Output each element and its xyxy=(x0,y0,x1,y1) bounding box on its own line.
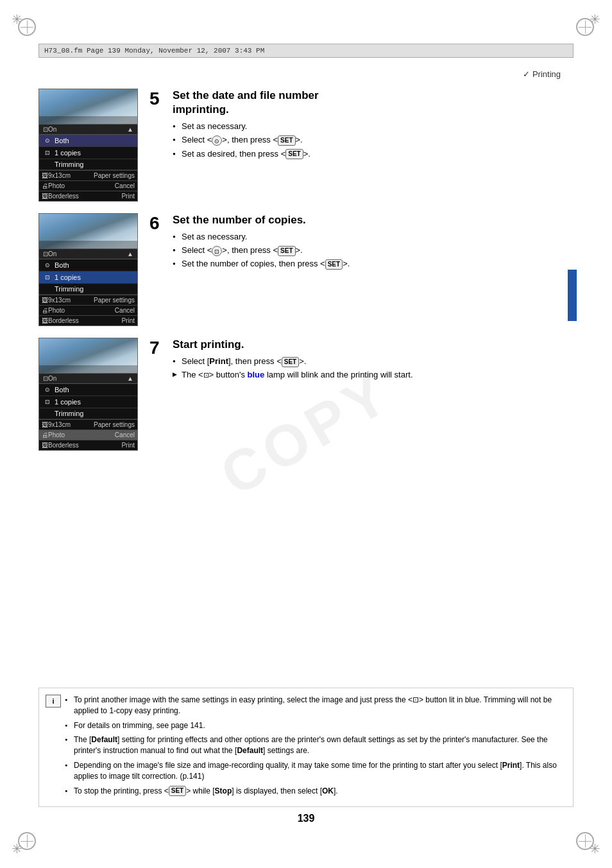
step-5-on-label: ⊡On xyxy=(43,126,56,133)
header-bar: H73_08.fm Page 139 Monday, November 12, … xyxy=(38,44,574,58)
step-5-icon-both: ⊙ xyxy=(43,136,52,145)
step-5-row-borderless: 🖼Borderless Print xyxy=(39,191,137,201)
step-7-title: Start printing. xyxy=(173,338,574,352)
step-7-icon-both: ⊙ xyxy=(43,385,52,394)
step-7-content-wrapper: 7 Start printing. Select [Print], then p… xyxy=(149,338,574,383)
step-6-bullets: Set as necessary. Select <⊡>, then press… xyxy=(173,231,574,270)
note-2: For details on trimming, see page 141. xyxy=(65,720,565,731)
step-6-paper: Paper settings xyxy=(94,297,135,304)
step-6-bullet-3: Set the number of copies, then press <SE… xyxy=(173,258,574,270)
step-7-bullet-2: The <⊡> button's blue lamp will blink an… xyxy=(173,369,574,381)
step-5-photo: 🖨Photo xyxy=(42,182,65,189)
step-5-title: Set the date and file numberimprinting. xyxy=(173,89,574,117)
step-6-arrow: ▲ xyxy=(127,250,133,257)
step-5-icon-copies: ⊡ xyxy=(43,148,52,157)
step-5-bullet-2: Select <⊙>, then press <SET>. xyxy=(173,134,574,146)
step-7-print: Print xyxy=(121,442,135,449)
step-7-panel-top: ⊡On ▲ xyxy=(39,374,137,384)
step-6-label-both: Both xyxy=(55,261,69,269)
step-6-content: Set the number of copies. Set as necessa… xyxy=(173,213,574,272)
step-5-row-paper: 🖼9x13cm Paper settings xyxy=(39,170,137,180)
step-6-bullet-1: Set as necessary. xyxy=(173,231,574,243)
step-7-row-trimming: Trimming xyxy=(39,408,137,419)
step-7-row-both: ⊙ Both xyxy=(39,384,137,396)
step-5-bullets: Set as necessary. Select <⊙>, then press… xyxy=(173,121,574,160)
step-7-number: 7 xyxy=(149,339,167,357)
step-5-content: Set the date and file numberimprinting. … xyxy=(173,89,574,162)
step-5-size: 🖼9x13cm xyxy=(42,172,71,179)
step-5-label-trimming: Trimming xyxy=(43,161,83,168)
step-7-icon-copies: ⊡ xyxy=(43,397,52,406)
step-6-content-wrapper: 6 Set the number of copies. Set as neces… xyxy=(149,213,574,272)
section-text: Printing xyxy=(532,69,561,79)
step-7-row-paper: 🖼9x13cm Paper settings xyxy=(39,419,137,430)
starburst-bl: ✳ xyxy=(12,841,22,856)
step-7-label-both: Both xyxy=(55,386,69,394)
step-6-cancel: Cancel xyxy=(115,307,135,314)
step-6-label-copies: 1 copies xyxy=(55,273,81,281)
step-5-arrow: ▲ xyxy=(127,126,133,133)
page-number: 139 xyxy=(0,813,612,824)
step-5-section: ⊡On ▲ ⊙ Both ⊡ 1 copies Trimming 🖼9x13cm… xyxy=(38,89,574,202)
step-5-panel: ⊡On ▲ ⊙ Both ⊡ 1 copies Trimming 🖼9x13cm… xyxy=(38,89,138,202)
step-7-paper: Paper settings xyxy=(94,421,135,428)
step-7-label-copies: 1 copies xyxy=(55,398,81,406)
step-6-panel-top: ⊡On ▲ xyxy=(39,249,137,259)
step-7-panel: ⊡On ▲ ⊙ Both ⊡ 1 copies Trimming 🖼9x13cm… xyxy=(38,338,138,451)
notes-icon-text: i xyxy=(52,697,54,705)
step-5-content-wrapper: 5 Set the date and file numberimprinting… xyxy=(149,89,574,162)
step-7-bullet-1: Select [Print], then press <SET>. xyxy=(173,356,574,367)
section-icon: ✓ xyxy=(523,69,530,79)
step-7-photo: 🖨Photo xyxy=(42,431,65,438)
step-6-title: Set the number of copies. xyxy=(173,213,574,227)
step-5-label-copies: 1 copies xyxy=(55,149,81,157)
step-5-row-photo: 🖨Photo Cancel xyxy=(39,180,137,191)
note-1: To print another image with the same set… xyxy=(65,695,565,717)
step-5-cancel: Cancel xyxy=(115,182,135,189)
step-7-bullets: Select [Print], then press <SET>. The <⊡… xyxy=(173,356,574,381)
note-5: To stop the printing, press <SET> while … xyxy=(65,786,565,797)
step-7-arrow: ▲ xyxy=(127,375,133,382)
step-6-row-both: ⊙ Both xyxy=(39,259,137,272)
note-4: Depending on the image's file size and i… xyxy=(65,760,565,783)
step-5-label-both: Both xyxy=(55,137,69,144)
step-6-size: 🖼9x13cm xyxy=(42,297,71,304)
step-7-section: ⊡On ▲ ⊙ Both ⊡ 1 copies Trimming 🖼9x13cm… xyxy=(38,338,574,451)
step-7-row-borderless: 🖼Borderless Print xyxy=(39,440,137,450)
step-5-row-trimming: Trimming xyxy=(39,159,137,170)
section-label: ✓ Printing xyxy=(523,69,561,79)
step-5-panel-image xyxy=(39,89,137,125)
step-6-label-trimming: Trimming xyxy=(43,285,83,293)
step-6-section: ⊡On ▲ ⊙ Both ⊡ 1 copies Trimming 🖼9x13cm… xyxy=(38,213,574,326)
notes-icon: i xyxy=(46,695,61,707)
step-7-cancel: Cancel xyxy=(115,431,135,438)
step-6-panel-image xyxy=(39,214,137,249)
step-6-icon-copies: ⊡ xyxy=(43,273,52,282)
step-5-bullet-1: Set as necessary. xyxy=(173,121,574,132)
step-5-number: 5 xyxy=(149,90,167,108)
step-5-bullet-3: Set as desired, then press <SET>. xyxy=(173,148,574,160)
step-6-print: Print xyxy=(121,317,135,324)
starburst-tl: ✳ xyxy=(12,12,22,27)
step-7-label-trimming: Trimming xyxy=(43,410,83,417)
file-info: H73_08.fm Page 139 Monday, November 12, … xyxy=(44,47,264,55)
note-3: The [Default] setting for printing effec… xyxy=(65,734,565,757)
step-7-size: 🖼9x13cm xyxy=(42,421,71,428)
step-6-panel: ⊡On ▲ ⊙ Both ⊡ 1 copies Trimming 🖼9x13cm… xyxy=(38,213,138,326)
step-6-photo: 🖨Photo xyxy=(42,307,65,314)
step-6-number: 6 xyxy=(149,214,167,232)
notes-section: i To print another image with the same s… xyxy=(38,688,574,807)
step-5-borderless: 🖼Borderless xyxy=(42,193,79,200)
step-7-on-label: ⊡On xyxy=(43,375,56,382)
starburst-tr: ✳ xyxy=(590,12,600,27)
step-6-row-copies: ⊡ 1 copies xyxy=(39,272,137,284)
step-6-on-label: ⊡On xyxy=(43,250,56,257)
step-7-borderless: 🖼Borderless xyxy=(42,442,79,449)
step-7-panel-image xyxy=(39,338,137,374)
step-6-borderless: 🖼Borderless xyxy=(42,317,79,324)
step-5-row-copies: ⊡ 1 copies xyxy=(39,147,137,159)
step-5-paper: Paper settings xyxy=(94,172,135,179)
step-5-panel-top: ⊡On ▲ xyxy=(39,125,137,135)
step-5-print: Print xyxy=(121,193,135,200)
step-7-row-photo: 🖨Photo Cancel xyxy=(39,430,137,440)
